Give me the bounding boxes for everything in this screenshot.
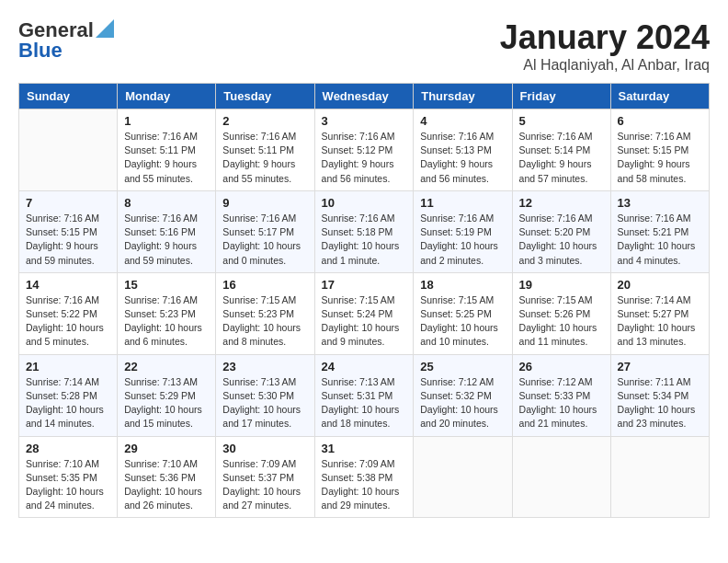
day-number: 24 [322, 360, 407, 373]
day-number: 7 [26, 196, 110, 210]
day-number: 6 [618, 114, 702, 128]
table-row: 13Sunrise: 7:16 AM Sunset: 5:21 PM Dayli… [610, 190, 709, 272]
day-number: 4 [420, 114, 505, 128]
day-info: Sunrise: 7:14 AM Sunset: 5:27 PM Dayligh… [618, 293, 702, 350]
day-info: Sunrise: 7:16 AM Sunset: 5:13 PM Dayligh… [420, 130, 505, 186]
table-row: 9Sunrise: 7:16 AM Sunset: 5:17 PM Daylig… [216, 190, 314, 272]
calendar-week-row: 7Sunrise: 7:16 AM Sunset: 5:15 PM Daylig… [19, 190, 710, 272]
table-row: 14Sunrise: 7:16 AM Sunset: 5:22 PM Dayli… [19, 272, 118, 354]
calendar-week-row: 28Sunrise: 7:10 AM Sunset: 5:35 PM Dayli… [19, 436, 710, 518]
logo-blue: Blue [18, 39, 63, 63]
col-wednesday: Wednesday [314, 84, 414, 109]
table-row: 12Sunrise: 7:16 AM Sunset: 5:20 PM Dayli… [512, 190, 610, 272]
day-number: 5 [519, 114, 604, 128]
day-number: 23 [222, 360, 307, 373]
table-row: 10Sunrise: 7:16 AM Sunset: 5:18 PM Dayli… [314, 190, 414, 272]
col-friday: Friday [512, 84, 610, 109]
calendar-header-row: Sunday Monday Tuesday Wednesday Thursday… [19, 84, 710, 109]
day-number: 2 [222, 114, 307, 128]
table-row: 24Sunrise: 7:13 AM Sunset: 5:31 PM Dayli… [314, 354, 414, 436]
day-info: Sunrise: 7:16 AM Sunset: 5:20 PM Dayligh… [519, 212, 604, 268]
col-monday: Monday [118, 84, 216, 109]
day-number: 15 [124, 278, 209, 292]
day-number: 11 [420, 196, 505, 210]
day-info: Sunrise: 7:15 AM Sunset: 5:24 PM Dayligh… [322, 293, 407, 350]
day-info: Sunrise: 7:16 AM Sunset: 5:11 PM Dayligh… [222, 130, 307, 186]
table-row: 23Sunrise: 7:13 AM Sunset: 5:30 PM Dayli… [216, 354, 314, 436]
title-section: January 2024 Al Haqlaniyah, Al Anbar, Ir… [500, 18, 710, 74]
day-info: Sunrise: 7:16 AM Sunset: 5:15 PM Dayligh… [26, 212, 110, 268]
day-info: Sunrise: 7:13 AM Sunset: 5:31 PM Dayligh… [322, 375, 407, 431]
calendar-table: Sunday Monday Tuesday Wednesday Thursday… [18, 83, 710, 518]
day-info: Sunrise: 7:16 AM Sunset: 5:19 PM Dayligh… [420, 212, 505, 268]
day-info: Sunrise: 7:15 AM Sunset: 5:23 PM Dayligh… [222, 293, 307, 350]
day-number: 29 [124, 442, 209, 455]
table-row: 5Sunrise: 7:16 AM Sunset: 5:14 PM Daylig… [512, 109, 610, 191]
day-info: Sunrise: 7:10 AM Sunset: 5:35 PM Dayligh… [26, 457, 110, 513]
day-info: Sunrise: 7:12 AM Sunset: 5:32 PM Dayligh… [420, 375, 505, 431]
table-row: 27Sunrise: 7:11 AM Sunset: 5:34 PM Dayli… [610, 354, 709, 436]
table-row: 3Sunrise: 7:16 AM Sunset: 5:12 PM Daylig… [314, 109, 414, 191]
table-row: 20Sunrise: 7:14 AM Sunset: 5:27 PM Dayli… [610, 272, 709, 354]
day-number: 12 [519, 196, 604, 210]
table-row: 28Sunrise: 7:10 AM Sunset: 5:35 PM Dayli… [19, 436, 118, 518]
table-row: 2Sunrise: 7:16 AM Sunset: 5:11 PM Daylig… [216, 109, 314, 191]
day-number: 13 [618, 196, 702, 210]
table-row [512, 436, 610, 518]
day-number: 26 [519, 360, 604, 373]
day-info: Sunrise: 7:14 AM Sunset: 5:28 PM Dayligh… [26, 375, 110, 431]
day-info: Sunrise: 7:15 AM Sunset: 5:26 PM Dayligh… [519, 293, 604, 350]
day-info: Sunrise: 7:09 AM Sunset: 5:38 PM Dayligh… [322, 457, 407, 513]
day-info: Sunrise: 7:16 AM Sunset: 5:16 PM Dayligh… [124, 212, 209, 268]
day-number: 14 [26, 278, 110, 292]
day-info: Sunrise: 7:16 AM Sunset: 5:12 PM Dayligh… [322, 130, 407, 186]
table-row: 26Sunrise: 7:12 AM Sunset: 5:33 PM Dayli… [512, 354, 610, 436]
logo: General Blue [18, 18, 114, 63]
table-row [414, 436, 512, 518]
table-row: 15Sunrise: 7:16 AM Sunset: 5:23 PM Dayli… [118, 272, 216, 354]
table-row: 22Sunrise: 7:13 AM Sunset: 5:29 PM Dayli… [118, 354, 216, 436]
day-number: 22 [124, 360, 209, 373]
day-info: Sunrise: 7:16 AM Sunset: 5:22 PM Dayligh… [26, 293, 110, 350]
table-row: 25Sunrise: 7:12 AM Sunset: 5:32 PM Dayli… [414, 354, 512, 436]
table-row: 17Sunrise: 7:15 AM Sunset: 5:24 PM Dayli… [314, 272, 414, 354]
table-row: 16Sunrise: 7:15 AM Sunset: 5:23 PM Dayli… [216, 272, 314, 354]
col-tuesday: Tuesday [216, 84, 314, 109]
day-info: Sunrise: 7:10 AM Sunset: 5:36 PM Dayligh… [124, 457, 209, 513]
svg-marker-0 [96, 19, 114, 38]
table-row: 1Sunrise: 7:16 AM Sunset: 5:11 PM Daylig… [118, 109, 216, 191]
col-saturday: Saturday [610, 84, 709, 109]
day-number: 25 [420, 360, 505, 373]
calendar-subtitle: Al Haqlaniyah, Al Anbar, Iraq [500, 57, 710, 74]
table-row: 8Sunrise: 7:16 AM Sunset: 5:16 PM Daylig… [118, 190, 216, 272]
table-row: 6Sunrise: 7:16 AM Sunset: 5:15 PM Daylig… [610, 109, 709, 191]
day-info: Sunrise: 7:12 AM Sunset: 5:33 PM Dayligh… [519, 375, 604, 431]
table-row: 21Sunrise: 7:14 AM Sunset: 5:28 PM Dayli… [19, 354, 118, 436]
day-info: Sunrise: 7:16 AM Sunset: 5:15 PM Dayligh… [618, 130, 702, 186]
table-row: 11Sunrise: 7:16 AM Sunset: 5:19 PM Dayli… [414, 190, 512, 272]
table-row: 4Sunrise: 7:16 AM Sunset: 5:13 PM Daylig… [414, 109, 512, 191]
day-info: Sunrise: 7:13 AM Sunset: 5:30 PM Dayligh… [222, 375, 307, 431]
day-number: 10 [322, 196, 407, 210]
col-thursday: Thursday [414, 84, 512, 109]
day-number: 27 [618, 360, 702, 373]
day-info: Sunrise: 7:16 AM Sunset: 5:17 PM Dayligh… [222, 212, 307, 268]
table-row: 30Sunrise: 7:09 AM Sunset: 5:37 PM Dayli… [216, 436, 314, 518]
table-row: 18Sunrise: 7:15 AM Sunset: 5:25 PM Dayli… [414, 272, 512, 354]
calendar-week-row: 14Sunrise: 7:16 AM Sunset: 5:22 PM Dayli… [19, 272, 710, 354]
day-info: Sunrise: 7:13 AM Sunset: 5:29 PM Dayligh… [124, 375, 209, 431]
table-row: 31Sunrise: 7:09 AM Sunset: 5:38 PM Dayli… [314, 436, 414, 518]
day-number: 31 [322, 442, 407, 455]
day-number: 20 [618, 278, 702, 292]
day-number: 18 [420, 278, 505, 292]
page-header: General Blue January 2024 Al Haqlaniyah,… [18, 18, 710, 74]
table-row: 29Sunrise: 7:10 AM Sunset: 5:36 PM Dayli… [118, 436, 216, 518]
table-row [610, 436, 709, 518]
day-number: 17 [322, 278, 407, 292]
day-number: 1 [124, 114, 209, 128]
day-number: 28 [26, 442, 110, 455]
calendar-week-row: 1Sunrise: 7:16 AM Sunset: 5:11 PM Daylig… [19, 109, 710, 191]
table-row: 7Sunrise: 7:16 AM Sunset: 5:15 PM Daylig… [19, 190, 118, 272]
day-info: Sunrise: 7:16 AM Sunset: 5:21 PM Dayligh… [618, 212, 702, 268]
day-info: Sunrise: 7:16 AM Sunset: 5:18 PM Dayligh… [322, 212, 407, 268]
